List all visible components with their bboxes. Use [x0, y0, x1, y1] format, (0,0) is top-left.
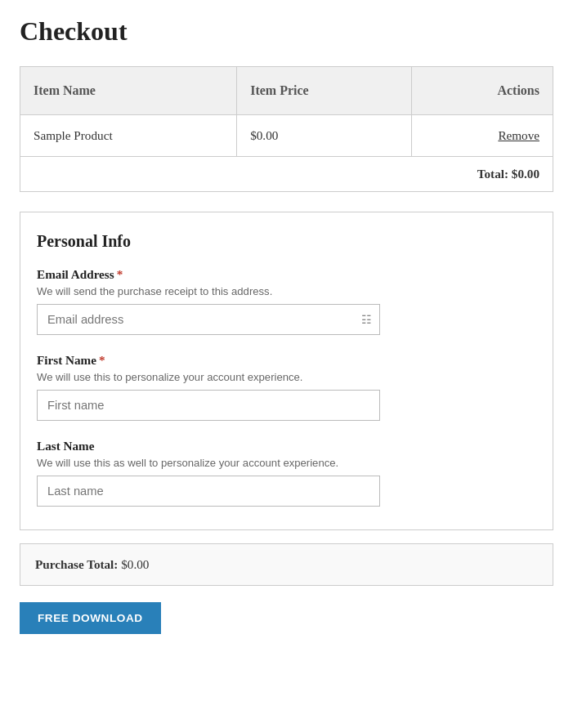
free-download-button[interactable]: FREE DOWNLOAD	[20, 602, 161, 634]
first-name-input[interactable]	[37, 390, 380, 421]
first-name-required-indicator: *	[99, 353, 105, 367]
cart-total-row: Total: $0.00	[20, 157, 553, 192]
remove-button[interactable]: Remove	[498, 128, 539, 143]
col-header-item-name: Item Name	[20, 67, 237, 115]
cart-total-cell: Total: $0.00	[20, 157, 553, 192]
email-icon: ☷	[361, 313, 372, 327]
email-field-group: Email Address* We will send the purchase…	[37, 267, 536, 335]
item-name-cell: Sample Product	[20, 115, 237, 157]
last-name-description: We will use this as well to personalize …	[37, 457, 536, 469]
page-title: Checkout	[20, 16, 553, 47]
last-name-input[interactable]	[37, 476, 380, 507]
item-price-cell: $0.00	[237, 115, 412, 157]
first-name-label: First Name*	[37, 353, 536, 368]
email-label: Email Address*	[37, 267, 536, 282]
last-name-label: Last Name	[37, 439, 536, 453]
table-row: Sample Product $0.00 Remove	[20, 115, 553, 157]
personal-info-title: Personal Info	[37, 232, 536, 251]
purchase-total-value: $0.00	[121, 557, 149, 571]
item-actions-cell: Remove	[411, 115, 553, 157]
purchase-total-text: Purchase Total: $0.00	[35, 557, 149, 571]
purchase-total-label: Purchase Total:	[35, 557, 118, 571]
email-input[interactable]	[37, 304, 380, 335]
cart-table: Item Name Item Price Actions Sample Prod…	[20, 66, 553, 192]
email-required-indicator: *	[117, 267, 123, 281]
first-name-description: We will use this to personalize your acc…	[37, 371, 536, 383]
first-name-field-group: First Name* We will use this to personal…	[37, 353, 536, 421]
table-header-row: Item Name Item Price Actions	[20, 67, 553, 115]
purchase-total-section: Purchase Total: $0.00	[20, 543, 553, 586]
col-header-actions: Actions	[411, 67, 553, 115]
last-name-field-group: Last Name We will use this as well to pe…	[37, 439, 536, 507]
email-input-wrapper: ☷	[37, 304, 380, 335]
email-description: We will send the purchase receipt to thi…	[37, 285, 536, 297]
personal-info-section: Personal Info Email Address* We will sen…	[20, 212, 553, 530]
col-header-item-price: Item Price	[237, 67, 412, 115]
